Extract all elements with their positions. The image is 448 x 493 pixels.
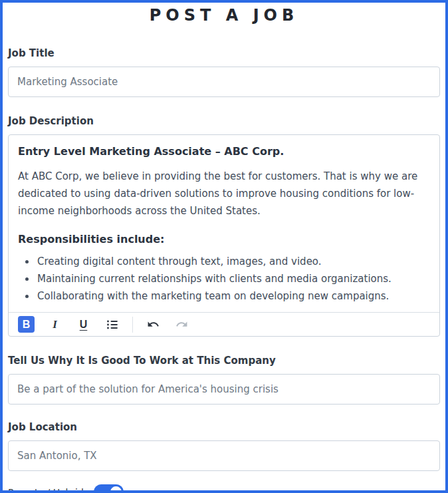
italic-button[interactable]: I bbox=[47, 316, 63, 333]
why-company-label: Tell Us Why It Is Good To Work at This C… bbox=[8, 355, 440, 367]
underline-icon: U bbox=[80, 319, 88, 331]
description-paragraph: At ABC Corp, we believe in providing the… bbox=[18, 168, 430, 220]
editor-toolbar: B I U bbox=[9, 312, 439, 336]
remote-hybrid-row: Remote / Hybrid bbox=[8, 484, 440, 493]
job-title-input[interactable] bbox=[8, 67, 440, 97]
why-company-input[interactable] bbox=[8, 374, 440, 405]
description-bullet-list: Creating digital content through text, i… bbox=[18, 253, 430, 305]
post-a-job-form: POST A JOB Job Title Job Description Ent… bbox=[0, 0, 448, 493]
list-item: Collaborating with the marketing team on… bbox=[36, 288, 430, 305]
rich-text-area[interactable]: Entry Level Marketing Associate – ABC Co… bbox=[9, 135, 439, 312]
job-location-label: Job Location bbox=[8, 421, 440, 433]
bullet-list-icon bbox=[106, 318, 119, 331]
job-title-label: Job Title bbox=[8, 47, 440, 59]
underline-button[interactable]: U bbox=[75, 316, 92, 333]
undo-button[interactable] bbox=[145, 316, 162, 333]
page-title: POST A JOB bbox=[8, 6, 440, 25]
toolbar-divider bbox=[132, 317, 133, 333]
italic-icon: I bbox=[53, 318, 57, 331]
redo-icon bbox=[175, 318, 188, 331]
undo-icon bbox=[147, 318, 160, 331]
remote-hybrid-toggle[interactable] bbox=[94, 484, 124, 493]
list-item: Maintaining current relationships with c… bbox=[36, 271, 430, 288]
job-location-input[interactable] bbox=[8, 440, 440, 471]
job-description-editor: Entry Level Marketing Associate – ABC Co… bbox=[8, 134, 440, 337]
bold-button[interactable]: B bbox=[18, 316, 35, 333]
list-item: Creating digital content through text, i… bbox=[36, 253, 430, 271]
remote-hybrid-label: Remote / Hybrid bbox=[8, 487, 84, 493]
redo-button[interactable] bbox=[173, 316, 190, 333]
toggle-knob bbox=[110, 486, 122, 493]
description-heading: Entry Level Marketing Associate – ABC Co… bbox=[18, 145, 430, 158]
job-description-label: Job Description bbox=[8, 115, 440, 127]
description-subheading: Responsibilities include: bbox=[18, 233, 430, 246]
bullet-list-button[interactable] bbox=[104, 316, 120, 333]
bold-icon: B bbox=[23, 319, 31, 331]
